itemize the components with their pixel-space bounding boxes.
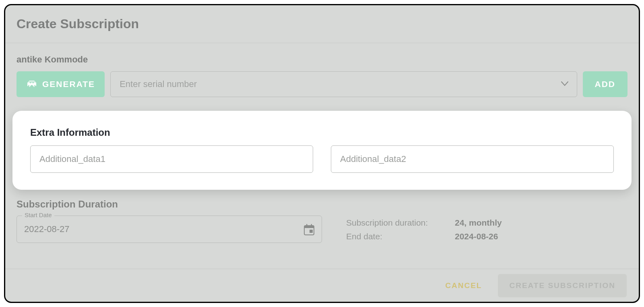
svg-rect-4 [29,81,34,81]
extra-fields [30,145,614,173]
generate-button-label: GENERATE [42,79,95,89]
svg-rect-9 [33,85,34,86]
dialog-content: Create Subscription antike Kommode [5,5,639,245]
svg-rect-5 [28,83,35,85]
serial-input[interactable] [110,71,577,97]
duration-value: 24, monthly [455,218,502,228]
svg-rect-13 [33,86,34,87]
svg-rect-8 [29,85,31,86]
svg-rect-6 [27,83,28,86]
duration-info-row: Subscription duration: 24, monthly [346,218,627,228]
extra-field-2[interactable] [331,145,614,173]
generate-button[interactable]: GENERATE [17,71,105,97]
create-subscription-label: CREATE SUBSCRIPTION [509,281,615,290]
duration-title: Subscription Duration [17,199,627,210]
cancel-button-label: CANCEL [445,281,482,290]
end-date-row: End date: 2024-08-26 [346,232,627,241]
calendar-icon[interactable] [303,224,315,237]
svg-rect-16 [306,224,308,227]
svg-rect-17 [311,224,312,227]
svg-rect-3 [35,81,35,82]
dialog-title: Create Subscription [17,17,627,31]
add-button-label: ADD [595,79,616,89]
svg-rect-1 [35,83,36,83]
svg-rect-7 [35,83,36,86]
extra-info-title: Extra Information [30,127,614,138]
start-date-field: Start Date [17,216,322,245]
alien-icon [26,80,37,89]
end-date-value: 2024-08-26 [455,232,498,241]
add-button[interactable]: ADD [583,71,628,97]
extra-info-card: Extra Information [12,111,632,190]
divider [5,43,639,43]
create-subscription-button[interactable]: CREATE SUBSCRIPTION [498,274,627,297]
svg-rect-15 [304,226,314,228]
item-name: antike Kommode [17,54,627,65]
extra-field-1[interactable] [30,145,313,173]
svg-rect-18 [310,230,313,233]
svg-rect-2 [28,81,29,82]
duration-label: Subscription duration: [346,218,455,228]
svg-rect-12 [29,86,30,87]
start-date-input[interactable] [17,216,322,243]
dialog-footer: CANCEL CREATE SUBSCRIPTION [5,269,639,302]
svg-rect-0 [27,83,28,83]
duration-row: Start Date Subscription duration: 24, mo… [17,216,627,245]
svg-rect-10 [30,83,31,83]
start-date-label: Start Date [22,212,54,218]
svg-rect-11 [33,83,33,83]
dialog-frame: Create Subscription antike Kommode [4,4,640,303]
cancel-button[interactable]: CANCEL [437,276,490,296]
duration-info: Subscription duration: 24, monthly End d… [346,216,627,245]
serial-input-wrap [110,71,577,97]
end-date-label: End date: [346,232,455,241]
serial-row: GENERATE ADD [17,71,627,97]
